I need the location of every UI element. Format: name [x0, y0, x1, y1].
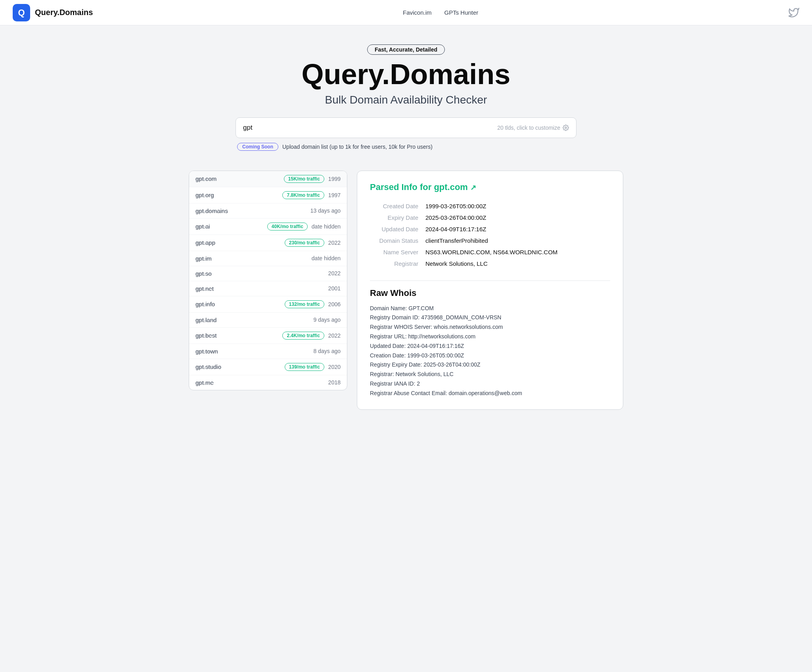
whois-line: Registrar: Network Solutions, LLC — [370, 370, 610, 379]
domain-row-right: 132/mo traffic2006 — [285, 300, 341, 308]
logo-icon: Q — [13, 4, 30, 21]
domain-name: gpt.org — [195, 192, 214, 198]
traffic-badge: 139/mo traffic — [285, 363, 324, 371]
raw-whois-title: Raw Whois — [370, 288, 610, 298]
domain-list-item[interactable]: gpt.com15K/mo traffic1999 — [189, 171, 347, 187]
domain-year: 2022 — [328, 240, 341, 246]
domain-row-right: 13 days ago — [310, 207, 341, 214]
domain-row-right: 139/mo traffic2020 — [285, 363, 341, 371]
coming-soon-badge: Coming Soon — [237, 143, 278, 151]
domain-row-right: 2018 — [328, 379, 341, 386]
domain-year: 1997 — [328, 192, 341, 198]
parsed-domain[interactable]: gpt.com — [434, 182, 468, 192]
domain-year: 2001 — [328, 285, 341, 292]
domain-list-item[interactable]: gpt.info132/mo traffic2006 — [189, 296, 347, 313]
domain-list-item[interactable]: gpt.best2.4K/mo traffic2022 — [189, 328, 347, 344]
domain-list-item[interactable]: gpt.ai40K/mo trafficdate hidden — [189, 219, 347, 235]
info-row-nameserver: Name Server NS63.WORLDNIC.COM, NS64.WORL… — [370, 246, 610, 258]
domain-name: gpt.me — [195, 379, 214, 386]
domain-list-item[interactable]: gpt.imdate hidden — [189, 251, 347, 266]
domain-year: date hidden — [312, 223, 341, 230]
domain-list-item[interactable]: gpt.org7.8K/mo traffic1997 — [189, 187, 347, 204]
name-server-value: NS63.WORLDNIC.COM, NS64.WORLDNIC.COM — [425, 246, 610, 258]
domain-name: gpt.app — [195, 239, 215, 246]
nav-link-gpts[interactable]: GPTs Hunter — [444, 9, 479, 16]
domain-year: 2022 — [328, 270, 341, 276]
hero-title: Query.Domains — [13, 60, 799, 90]
hero-section: Fast, Accurate, Detailed Query.Domains B… — [0, 25, 812, 171]
domain-row-right: 2.4K/mo traffic2022 — [282, 332, 341, 340]
domain-row-right: 2001 — [328, 285, 341, 292]
gear-icon — [563, 125, 569, 131]
traffic-badge: 2.4K/mo traffic — [282, 332, 324, 340]
created-date-value: 1999-03-26T05:00:00Z — [425, 200, 610, 212]
traffic-badge: 132/mo traffic — [285, 300, 324, 308]
external-link-icon[interactable]: ↗ — [470, 184, 476, 192]
domain-list-item[interactable]: gpt.app230/mo traffic2022 — [189, 235, 347, 251]
traffic-badge: 230/mo traffic — [285, 239, 324, 247]
domain-row-right: 9 days ago — [314, 317, 341, 323]
domain-year: date hidden — [312, 255, 341, 261]
domain-name: gpt.im — [195, 255, 212, 262]
tlds-label: 20 tlds, click to customize — [497, 125, 560, 131]
domain-year: 13 days ago — [310, 207, 341, 214]
whois-line: Registrar Abuse Contact Email: domain.op… — [370, 389, 610, 398]
raw-whois-text: Domain Name: GPT.COMRegistry Domain ID: … — [370, 304, 610, 398]
tlds-button[interactable]: 20 tlds, click to customize — [497, 125, 569, 131]
domain-row-right: 7.8K/mo traffic1997 — [282, 191, 341, 199]
domain-year: 2020 — [328, 364, 341, 370]
domain-name: gpt.info — [195, 301, 215, 307]
domain-status-value: clientTransferProhibited — [425, 235, 610, 246]
search-bar: 20 tlds, click to customize — [236, 117, 576, 138]
domain-name: gpt.domains — [195, 207, 228, 214]
whois-line: Registry Domain ID: 4735968_DOMAIN_COM-V… — [370, 313, 610, 323]
info-row-expiry: Expiry Date 2025-03-26T04:00:00Z — [370, 212, 610, 223]
whois-line: Registry Expiry Date: 2025-03-26T04:00:0… — [370, 360, 610, 370]
domain-row-right: 2022 — [328, 270, 341, 276]
nav-link-favicon[interactable]: Favicon.im — [403, 9, 432, 16]
domain-year: 2006 — [328, 301, 341, 307]
traffic-badge: 15K/mo traffic — [284, 175, 324, 183]
upload-text: Upload domain list (up to 1k for free us… — [282, 144, 433, 150]
domain-name: gpt.so — [195, 270, 212, 277]
expiry-date-value: 2025-03-26T04:00:00Z — [425, 212, 610, 223]
whois-line: Domain Name: GPT.COM — [370, 304, 610, 313]
info-row-created: Created Date 1999-03-26T05:00:00Z — [370, 200, 610, 212]
domain-year: 2022 — [328, 332, 341, 339]
info-panel: Parsed Info for gpt.com ↗ Created Date 1… — [357, 171, 623, 410]
domain-list-item[interactable]: gpt.domains13 days ago — [189, 204, 347, 219]
info-row-status: Domain Status clientTransferProhibited — [370, 235, 610, 246]
domain-list-item[interactable]: gpt.studio139/mo traffic2020 — [189, 359, 347, 375]
domain-list-item[interactable]: gpt.me2018 — [189, 375, 347, 390]
upload-row: Coming Soon Upload domain list (up to 1k… — [236, 143, 576, 151]
domain-list-item[interactable]: gpt.net2001 — [189, 281, 347, 296]
domain-row-right: 8 days ago — [314, 348, 341, 354]
whois-line: Updated Date: 2024-04-09T16:17:16Z — [370, 342, 610, 351]
svg-point-0 — [565, 127, 567, 129]
expiry-date-label: Expiry Date — [370, 212, 425, 223]
domain-list-item[interactable]: gpt.town8 days ago — [189, 344, 347, 359]
search-input[interactable] — [243, 124, 497, 132]
parsed-info-title: Parsed Info for gpt.com ↗ — [370, 182, 610, 192]
domain-status-label: Domain Status — [370, 235, 425, 246]
registrar-label: Registrar — [370, 258, 425, 269]
domain-row-right: 15K/mo traffic1999 — [284, 175, 341, 183]
divider — [370, 280, 610, 281]
domain-name: gpt.net — [195, 285, 214, 292]
domain-year: 2018 — [328, 379, 341, 386]
domain-name: gpt.land — [195, 317, 216, 323]
parsed-info-table: Created Date 1999-03-26T05:00:00Z Expiry… — [370, 200, 610, 269]
navbar-center: Favicon.im GPTs Hunter — [403, 9, 478, 16]
domain-list-item[interactable]: gpt.land9 days ago — [189, 313, 347, 328]
updated-date-value: 2024-04-09T16:17:16Z — [425, 223, 610, 235]
name-server-label: Name Server — [370, 246, 425, 258]
navbar-right — [788, 7, 799, 18]
navbar-left: Q Query.Domains — [13, 4, 93, 21]
updated-date-label: Updated Date — [370, 223, 425, 235]
hero-subtitle: Bulk Domain Availability Checker — [13, 94, 799, 106]
domain-name: gpt.best — [195, 332, 216, 339]
domain-name: gpt.ai — [195, 223, 210, 230]
domain-list-item[interactable]: gpt.so2022 — [189, 266, 347, 281]
domain-name: gpt.town — [195, 348, 218, 355]
domain-name: gpt.com — [195, 175, 216, 182]
